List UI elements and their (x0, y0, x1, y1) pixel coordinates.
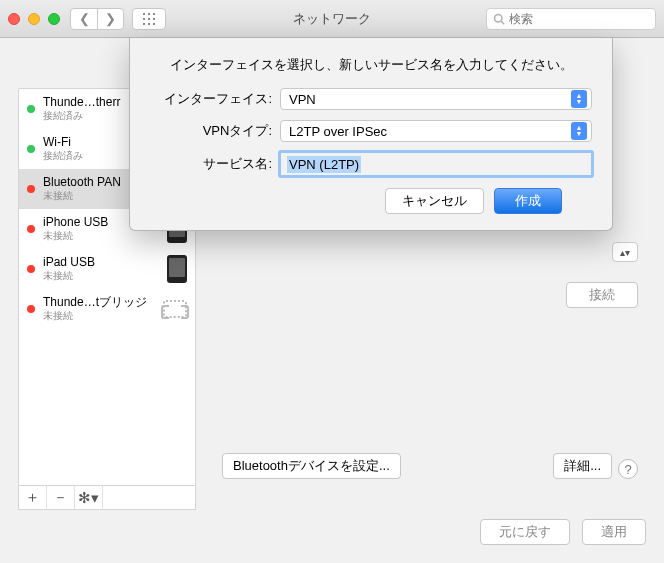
create-button[interactable]: 作成 (494, 188, 562, 214)
service-name-label: サービス名: (150, 155, 280, 173)
apply-button[interactable]: 適用 (582, 519, 646, 545)
cancel-button[interactable]: キャンセル (385, 188, 484, 214)
remove-service-button[interactable]: － (47, 486, 75, 509)
status-dot (27, 225, 35, 233)
close-icon[interactable] (8, 13, 20, 25)
zoom-icon[interactable] (48, 13, 60, 25)
status-dot (27, 105, 35, 113)
service-name-input[interactable]: VPN (L2TP) (280, 152, 592, 176)
forward-button[interactable]: ❯ (97, 9, 123, 29)
add-service-button[interactable]: ＋ (19, 486, 47, 509)
titlebar: ❮ ❯ ネットワーク (0, 0, 664, 38)
service-name-value: VPN (L2TP) (287, 156, 361, 173)
svg-rect-8 (153, 23, 155, 25)
grid-icon (143, 13, 155, 25)
service-name: iPad USB (43, 255, 159, 269)
search-icon (493, 13, 505, 25)
interface-value: VPN (289, 92, 316, 107)
service-item[interactable]: Thunde…tブリッジ未接続 (19, 289, 195, 329)
status-dot (27, 145, 35, 153)
back-button[interactable]: ❮ (71, 9, 97, 29)
iphone-icon (167, 255, 187, 283)
svg-rect-5 (153, 18, 155, 20)
status-dot (27, 265, 35, 273)
chevron-updown-icon: ▲▼ (571, 90, 587, 108)
revert-button[interactable]: 元に戻す (480, 519, 570, 545)
advanced-button[interactable]: 詳細... (553, 453, 612, 479)
svg-point-9 (495, 14, 503, 22)
search-input[interactable] (509, 12, 649, 26)
service-text: iPad USB未接続 (43, 255, 159, 283)
svg-rect-0 (143, 13, 145, 15)
connect-button[interactable]: 接続 (566, 282, 638, 308)
svg-line-10 (501, 21, 504, 24)
svg-rect-2 (153, 13, 155, 15)
new-service-sheet: インターフェイスを選択し、新しいサービス名を入力してください。 インターフェイス… (129, 38, 613, 231)
svg-rect-4 (148, 18, 150, 20)
preference-body: Thunde…therr接続済みWi-Fi接続済みBluetooth PAN未接… (0, 38, 664, 563)
svg-rect-3 (143, 18, 145, 20)
chevron-updown-icon: ▲▼ (571, 122, 587, 140)
footer-buttons: 元に戻す 適用 (480, 519, 646, 545)
interface-label: インターフェイス: (150, 90, 280, 108)
nav-segmented: ❮ ❯ (70, 8, 124, 30)
service-action-menu[interactable]: ✻▾ (75, 486, 103, 509)
service-list-footer: ＋ － ✻▾ (18, 486, 196, 510)
svg-rect-7 (148, 23, 150, 25)
service-status: 未接続 (43, 269, 159, 283)
setup-bluetooth-button[interactable]: Bluetoothデバイスを設定... (222, 453, 401, 479)
status-dot (27, 185, 35, 193)
service-status: 未接続 (43, 229, 159, 243)
bridge-icon (163, 300, 187, 318)
help-button[interactable]: ? (618, 459, 638, 479)
show-all-button[interactable] (132, 8, 166, 30)
svg-rect-6 (143, 23, 145, 25)
service-status: 未接続 (43, 309, 155, 323)
service-name: Thunde…tブリッジ (43, 295, 155, 309)
interface-select[interactable]: VPN ▲▼ (280, 88, 592, 110)
status-dot (27, 305, 35, 313)
vpntype-label: VPNタイプ: (150, 122, 280, 140)
sheet-instruction: インターフェイスを選択し、新しいサービス名を入力してください。 (150, 56, 592, 74)
minimize-icon[interactable] (28, 13, 40, 25)
svg-rect-1 (148, 13, 150, 15)
vpntype-select[interactable]: L2TP over IPSec ▲▼ (280, 120, 592, 142)
search-field[interactable] (486, 8, 656, 30)
window-controls (8, 13, 60, 25)
vpntype-value: L2TP over IPSec (289, 124, 387, 139)
service-text: Thunde…tブリッジ未接続 (43, 295, 155, 323)
service-item[interactable]: iPad USB未接続 (19, 249, 195, 289)
status-popup[interactable]: ▴▾ (612, 242, 638, 262)
